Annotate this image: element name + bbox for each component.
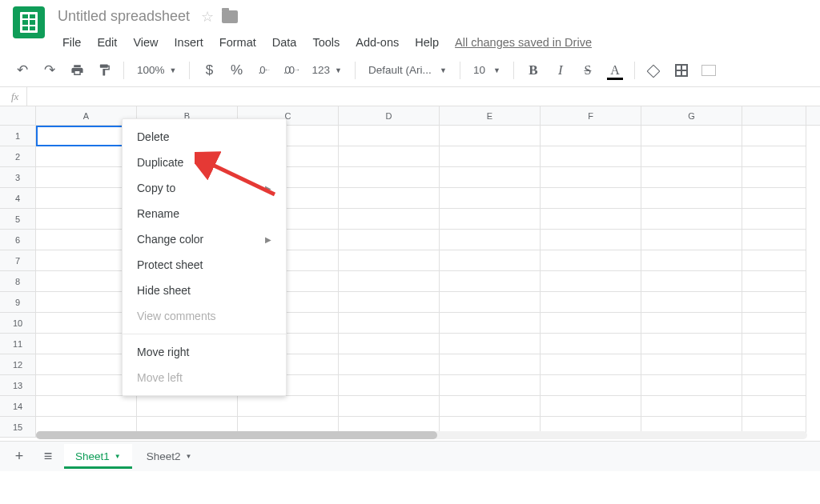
cell[interactable] (440, 271, 541, 292)
row-header[interactable]: 9 (0, 292, 35, 313)
col-header-e[interactable]: E (440, 106, 541, 125)
cell[interactable] (440, 334, 541, 354)
borders-button[interactable] (670, 59, 693, 82)
cell[interactable] (641, 292, 742, 313)
cell[interactable] (742, 230, 806, 250)
cell[interactable] (339, 396, 440, 417)
menu-help[interactable]: Help (407, 31, 447, 54)
cell[interactable] (339, 313, 440, 334)
row-header[interactable]: 1 (0, 126, 35, 146)
cell[interactable] (641, 146, 742, 167)
cell[interactable] (541, 313, 641, 334)
row-header[interactable]: 11 (0, 334, 35, 354)
col-header-f[interactable]: F (541, 106, 641, 125)
fill-color-button[interactable] (643, 59, 665, 82)
cell[interactable] (339, 334, 440, 354)
cell[interactable] (742, 167, 806, 188)
cell[interactable] (440, 250, 541, 271)
cell[interactable] (440, 209, 541, 230)
cell[interactable] (641, 209, 742, 230)
italic-button[interactable]: I (549, 59, 572, 82)
menu-view[interactable]: View (125, 31, 166, 54)
cell[interactable] (440, 292, 541, 313)
cell[interactable] (541, 396, 641, 417)
cell[interactable] (742, 375, 806, 396)
cell[interactable] (440, 146, 541, 167)
context-menu-change-color[interactable]: Change color▶ (123, 226, 286, 252)
cell[interactable] (440, 354, 541, 375)
row-header[interactable]: 2 (0, 146, 35, 167)
menu-data[interactable]: Data (264, 31, 305, 54)
cell[interactable] (742, 354, 806, 375)
cell[interactable] (137, 396, 238, 417)
cell[interactable] (641, 313, 742, 334)
cell[interactable] (641, 250, 742, 271)
bold-button[interactable]: B (522, 59, 545, 82)
cell[interactable] (541, 126, 641, 146)
cell[interactable] (541, 334, 641, 354)
cell[interactable] (541, 354, 641, 375)
star-icon[interactable]: ☆ (201, 8, 214, 26)
context-menu-move-right[interactable]: Move right (123, 339, 286, 365)
cell[interactable] (742, 126, 806, 146)
row-header[interactable]: 12 (0, 354, 35, 375)
cell[interactable] (641, 396, 742, 417)
cell[interactable] (641, 188, 742, 209)
cell[interactable] (742, 146, 806, 167)
currency-button[interactable]: $ (198, 59, 220, 82)
select-all-corner[interactable] (0, 106, 36, 125)
zoom-select[interactable]: 100%▼ (132, 64, 181, 76)
cell[interactable] (742, 334, 806, 354)
cell[interactable] (339, 271, 440, 292)
cell[interactable] (641, 167, 742, 188)
cell[interactable] (440, 230, 541, 250)
cell[interactable] (641, 375, 742, 396)
context-menu-copy-to[interactable]: Copy to▶ (123, 175, 286, 201)
cell[interactable] (641, 271, 742, 292)
text-color-button[interactable]: A (604, 59, 626, 82)
chevron-down-icon[interactable]: ▼ (186, 453, 192, 460)
all-sheets-button[interactable]: ≡ (35, 446, 61, 468)
cell[interactable] (339, 230, 440, 250)
cell[interactable] (641, 354, 742, 375)
cell[interactable] (742, 313, 806, 334)
context-menu-rename[interactable]: Rename (123, 201, 286, 226)
cell[interactable] (440, 126, 541, 146)
redo-button[interactable]: ↷ (38, 59, 61, 82)
cell[interactable] (641, 334, 742, 354)
horizontal-scrollbar[interactable] (36, 431, 807, 439)
cell[interactable] (339, 292, 440, 313)
col-header-d[interactable]: D (339, 106, 440, 125)
cell[interactable] (339, 354, 440, 375)
strikethrough-button[interactable]: S (577, 59, 599, 82)
document-title[interactable]: Untitled spreadsheet (54, 6, 193, 26)
cell[interactable] (339, 167, 440, 188)
menu-addons[interactable]: Add-ons (348, 31, 407, 54)
percent-button[interactable]: % (225, 59, 247, 82)
cell[interactable] (541, 292, 641, 313)
row-header[interactable]: 13 (0, 375, 35, 396)
menu-edit[interactable]: Edit (89, 31, 125, 54)
cell[interactable] (440, 375, 541, 396)
cell[interactable] (541, 375, 641, 396)
row-header[interactable]: 4 (0, 188, 35, 209)
font-size-select[interactable]: 10▼ (468, 64, 505, 76)
decrease-decimal-button[interactable]: .0← (252, 59, 275, 82)
cell[interactable] (440, 396, 541, 417)
row-header[interactable]: 5 (0, 209, 35, 230)
cell[interactable] (339, 126, 440, 146)
cell[interactable] (339, 146, 440, 167)
menu-insert[interactable]: Insert (167, 31, 211, 54)
folder-icon[interactable] (222, 10, 238, 23)
cell[interactable] (339, 250, 440, 271)
sheet-tab-1[interactable]: Sheet1▼ (64, 444, 132, 469)
cell[interactable] (541, 230, 641, 250)
add-sheet-button[interactable]: + (6, 446, 32, 468)
cell[interactable] (541, 250, 641, 271)
merge-button[interactable] (697, 59, 720, 82)
cell[interactable] (742, 271, 806, 292)
cell[interactable] (238, 396, 339, 417)
cell[interactable] (541, 209, 641, 230)
row-header[interactable]: 7 (0, 250, 35, 271)
cell[interactable] (541, 271, 641, 292)
